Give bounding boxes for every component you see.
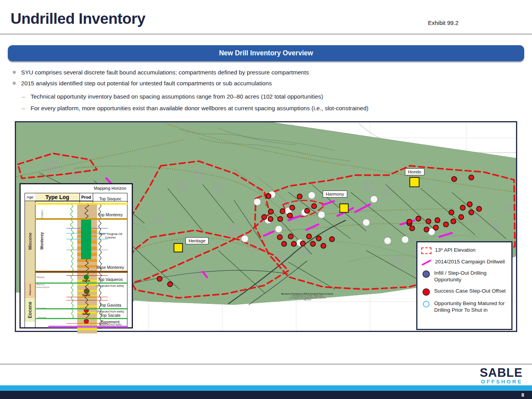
age-column-header: Age: [25, 193, 35, 201]
prod-oil-column-bar: [81, 219, 91, 259]
platform-label-hondo: Hondo: [405, 168, 424, 175]
field-map: Hondo Harmony Heritage Monterey Formatio…: [15, 121, 517, 332]
horizon-label-top-sacate: Top Sacate: [93, 313, 128, 318]
age-label: Eocene: [27, 302, 33, 318]
fm-label-vaqueros: Vaqueros: [36, 283, 45, 286]
legend-label: Opportunity Being Matured for Drilling P…: [434, 300, 508, 314]
horizon-line-base-monterey: [35, 271, 128, 273]
logo-sable-text: SABLE: [480, 367, 523, 379]
prod-sweet-circle-ring: [84, 288, 90, 294]
legend-label: Infill / Step-Out Drilling Opportunity: [434, 270, 508, 283]
mapping-horizon-label: Mapping Horizon: [94, 186, 126, 191]
sweet-label: Sweet: [80, 294, 93, 297]
type-log-column-header: Type Log: [35, 193, 80, 201]
prod-circle-red: [84, 319, 89, 324]
magenta-line-icon: [421, 259, 431, 263]
sweet-label: Sweet: [80, 312, 93, 315]
map-legend: 13º API Elevation 2014/2015 Campaign Dri…: [416, 241, 513, 330]
legend-item-infill-opportunity: Infill / Step-Out Drilling Opportunity: [421, 270, 508, 283]
bullet-1: SYU comprises several discrete fault bou…: [13, 69, 309, 76]
title-divider: [0, 34, 532, 35]
sub-bullet-1: Technical opportunity inventory based on…: [22, 93, 323, 100]
footer-cyan-bar: [0, 385, 532, 391]
sub-bullet-2: For every platform, more opportunities e…: [22, 105, 368, 111]
red-circle-icon: [421, 288, 431, 296]
horizon-line-top-sacate: [35, 318, 128, 319]
horizon-label-top-sisquoc: Top Sisquoc: [93, 196, 128, 201]
legend-item-campaign-drillwell: 2014/2015 Campaign Drillwell: [421, 259, 508, 265]
horizon-label-top-gaviota: Top Gaviota: [93, 303, 128, 307]
fm-label-rincon: Rincon: [37, 276, 44, 279]
dashed-red-rect-icon: [421, 247, 431, 254]
map-source-note: Monterey Formation LKM Estimated Fluid C…: [271, 293, 343, 301]
logo-offshore-text: OFFSHORE: [480, 379, 523, 385]
oil-column-label: 2500' Original Oil Column: [93, 232, 128, 239]
legend-item-matured-opportunity: Opportunity Being Matured for Drilling P…: [421, 300, 508, 314]
page-number: 8: [521, 392, 524, 398]
map-source-line: May 2015: [271, 299, 343, 301]
fm-label-sespe: Sespe/Alegria: [36, 286, 49, 288]
section-banner-title: New Drill Inventory Overview: [219, 49, 313, 57]
platform-label-harmony: Harmony: [323, 191, 347, 198]
horizon-label-top-vaqueros: Top Vaqueros: [93, 277, 128, 282]
horizon-line-basement: [48, 326, 128, 328]
legend-label: 2014/2015 Campaign Drillwell: [435, 259, 505, 265]
age-block-eocene: Eocene: [25, 298, 35, 322]
exhibit-label: Exhibit 99.2: [428, 19, 458, 26]
blue-circle-icon: [421, 270, 431, 278]
horizon-label-top-monterey: Top Monterey: [93, 212, 128, 217]
age-block-miocene: Miocene: [25, 201, 35, 282]
fm-label-sisquoc: Sisquoc: [41, 210, 43, 219]
horizon-line-top-sisquoc: [35, 203, 128, 205]
age-block-oligocene: Oligocene: [25, 282, 35, 298]
type-log-table: Age Type Log Prod Miocene Oligocene Eoce…: [25, 193, 127, 328]
type-log-inset: Mapping Horizon Age Type Log Prod Miocen…: [19, 183, 133, 328]
fm-label-monterey: Monterey: [40, 232, 44, 249]
horizon-line-top-vaqueros: [35, 282, 128, 284]
projected-note: (Projected from wells): [93, 284, 128, 288]
sweet-label: Sweet: [80, 279, 93, 282]
legend-item-api-elevation: 13º API Elevation: [421, 247, 508, 254]
legend-label: 13º API Elevation: [435, 247, 475, 254]
age-label: Miocene: [28, 233, 32, 250]
footer-divider: [0, 364, 532, 365]
page-title: Undrilled Inventory: [11, 10, 145, 27]
projected-note: (Projected from wells): [93, 323, 128, 326]
horizon-label-base-monterey: Base Monterey: [93, 265, 128, 270]
legend-item-stepout-offset: Success Case Step-Out Offset: [421, 288, 508, 296]
bullet-2: 2015 analysis identified step out potent…: [13, 80, 272, 87]
sable-offshore-logo: SABLE OFFSHORE: [480, 367, 523, 385]
legend-label: Success Case Step-Out Offset: [434, 288, 506, 295]
footer-navy-bar: [0, 391, 532, 399]
platform-label-heritage: Heritage: [186, 237, 209, 244]
section-banner: New Drill Inventory Overview: [8, 45, 524, 61]
age-label: Oligocene: [29, 284, 31, 295]
horizon-line-top-gaviota: [35, 308, 128, 309]
horizon-line-top-monterey: [35, 218, 128, 220]
open-cyan-circle-icon: [421, 301, 431, 307]
prod-column-header: Prod: [80, 193, 93, 201]
